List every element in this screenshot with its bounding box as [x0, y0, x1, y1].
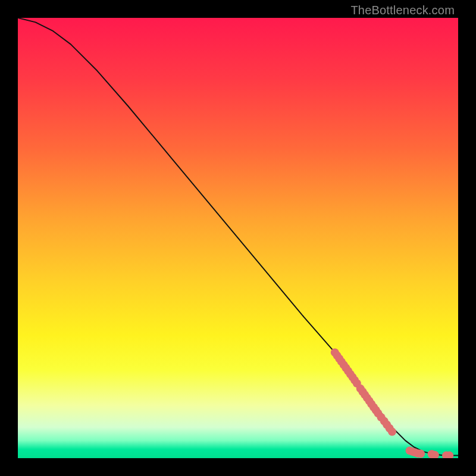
plot-area	[18, 18, 458, 458]
chart-frame: TheBottleneck.com	[0, 0, 476, 476]
marker-dot	[416, 450, 425, 458]
marker-dot	[388, 428, 396, 436]
curve-line	[18, 18, 458, 456]
marker-group	[331, 348, 453, 458]
watermark-text: TheBottleneck.com	[350, 4, 455, 17]
chart-svg	[18, 18, 458, 458]
